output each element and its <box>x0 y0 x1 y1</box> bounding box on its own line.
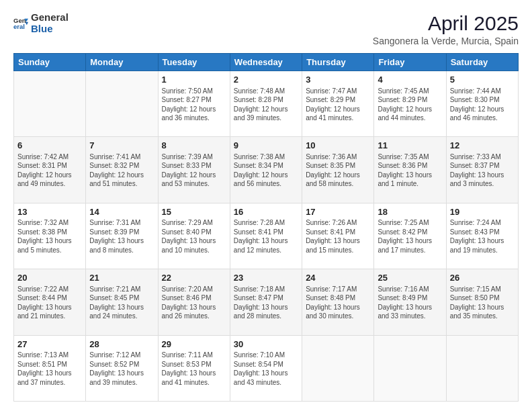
day-info: Sunrise: 7:15 AM Sunset: 8:50 PM Dayligh… <box>450 285 515 321</box>
calendar-cell: 1Sunrise: 7:50 AM Sunset: 8:27 PM Daylig… <box>158 71 230 137</box>
day-info: Sunrise: 7:12 AM Sunset: 8:52 PM Dayligh… <box>89 351 154 387</box>
calendar-cell: 27Sunrise: 7:13 AM Sunset: 8:51 PM Dayli… <box>14 335 86 401</box>
header: Gen eral General Blue April 2025 Sangone… <box>13 12 519 46</box>
calendar-cell: 28Sunrise: 7:12 AM Sunset: 8:52 PM Dayli… <box>86 335 158 401</box>
day-number: 11 <box>378 140 442 152</box>
calendar-cell: 11Sunrise: 7:35 AM Sunset: 8:36 PM Dayli… <box>374 137 446 203</box>
day-info: Sunrise: 7:28 AM Sunset: 8:41 PM Dayligh… <box>234 218 298 255</box>
day-number: 26 <box>450 272 515 284</box>
day-info: Sunrise: 7:36 AM Sunset: 8:35 PM Dayligh… <box>306 152 370 189</box>
calendar-cell: 18Sunrise: 7:25 AM Sunset: 8:42 PM Dayli… <box>374 203 446 269</box>
day-of-week-header: Sunday <box>14 54 86 71</box>
day-number: 22 <box>162 272 226 284</box>
day-of-week-header: Wednesday <box>230 54 302 71</box>
calendar-cell: 20Sunrise: 7:22 AM Sunset: 8:44 PM Dayli… <box>14 269 86 335</box>
day-number: 27 <box>17 338 82 351</box>
day-info: Sunrise: 7:16 AM Sunset: 8:49 PM Dayligh… <box>378 285 442 321</box>
day-info: Sunrise: 7:25 AM Sunset: 8:42 PM Dayligh… <box>378 218 442 255</box>
calendar-cell: 3Sunrise: 7:47 AM Sunset: 8:29 PM Daylig… <box>302 71 374 137</box>
day-number: 6 <box>17 140 82 152</box>
day-info: Sunrise: 7:11 AM Sunset: 8:53 PM Dayligh… <box>162 351 226 387</box>
logo-general: General <box>31 12 69 24</box>
day-info: Sunrise: 7:38 AM Sunset: 8:34 PM Dayligh… <box>234 152 298 189</box>
day-of-week-header: Monday <box>86 54 158 71</box>
day-number: 20 <box>17 272 82 284</box>
day-number: 3 <box>306 74 370 86</box>
logo-icon: Gen eral <box>13 16 28 31</box>
page: Gen eral General Blue April 2025 Sangone… <box>0 0 532 411</box>
calendar-cell: 30Sunrise: 7:10 AM Sunset: 8:54 PM Dayli… <box>230 335 302 401</box>
day-info: Sunrise: 7:17 AM Sunset: 8:48 PM Dayligh… <box>306 285 370 321</box>
day-number: 15 <box>162 206 226 218</box>
day-info: Sunrise: 7:35 AM Sunset: 8:36 PM Dayligh… <box>378 152 442 189</box>
logo: Gen eral General Blue <box>13 12 69 34</box>
day-info: Sunrise: 7:26 AM Sunset: 8:41 PM Dayligh… <box>306 218 370 255</box>
day-info: Sunrise: 7:41 AM Sunset: 8:32 PM Dayligh… <box>89 152 154 189</box>
day-number: 25 <box>378 272 442 284</box>
calendar-cell: 14Sunrise: 7:31 AM Sunset: 8:39 PM Dayli… <box>86 203 158 269</box>
day-number: 21 <box>89 272 154 284</box>
week-row: 13Sunrise: 7:32 AM Sunset: 8:38 PM Dayli… <box>14 203 519 269</box>
calendar-cell: 13Sunrise: 7:32 AM Sunset: 8:38 PM Dayli… <box>14 203 86 269</box>
calendar-cell: 17Sunrise: 7:26 AM Sunset: 8:41 PM Dayli… <box>302 203 374 269</box>
day-number: 29 <box>162 338 226 351</box>
calendar-cell <box>14 71 86 137</box>
week-row: 20Sunrise: 7:22 AM Sunset: 8:44 PM Dayli… <box>14 269 519 335</box>
svg-text:eral: eral <box>13 23 25 30</box>
day-of-week-header: Thursday <box>302 54 374 71</box>
day-info: Sunrise: 7:44 AM Sunset: 8:30 PM Dayligh… <box>450 87 515 123</box>
day-number: 18 <box>378 206 442 218</box>
day-info: Sunrise: 7:45 AM Sunset: 8:29 PM Dayligh… <box>378 87 442 123</box>
day-info: Sunrise: 7:22 AM Sunset: 8:44 PM Dayligh… <box>17 285 82 321</box>
week-row: 6Sunrise: 7:42 AM Sunset: 8:31 PM Daylig… <box>14 137 519 203</box>
calendar-subtitle: Sangonera la Verde, Murcia, Spain <box>373 36 519 46</box>
calendar-cell: 4Sunrise: 7:45 AM Sunset: 8:29 PM Daylig… <box>374 71 446 137</box>
day-number: 30 <box>234 338 298 351</box>
calendar-cell <box>374 335 446 401</box>
week-row: 1Sunrise: 7:50 AM Sunset: 8:27 PM Daylig… <box>14 71 519 137</box>
calendar-cell: 19Sunrise: 7:24 AM Sunset: 8:43 PM Dayli… <box>446 203 518 269</box>
week-row: 27Sunrise: 7:13 AM Sunset: 8:51 PM Dayli… <box>14 335 519 401</box>
calendar-cell: 9Sunrise: 7:38 AM Sunset: 8:34 PM Daylig… <box>230 137 302 203</box>
day-number: 14 <box>89 206 154 218</box>
calendar-cell <box>86 71 158 137</box>
calendar-cell: 21Sunrise: 7:21 AM Sunset: 8:45 PM Dayli… <box>86 269 158 335</box>
calendar-cell: 2Sunrise: 7:48 AM Sunset: 8:28 PM Daylig… <box>230 71 302 137</box>
day-of-week-header: Friday <box>374 54 446 71</box>
calendar-title: April 2025 <box>373 12 519 34</box>
day-info: Sunrise: 7:29 AM Sunset: 8:40 PM Dayligh… <box>162 218 226 255</box>
day-header-row: SundayMondayTuesdayWednesdayThursdayFrid… <box>14 54 519 71</box>
day-number: 13 <box>17 206 82 218</box>
day-of-week-header: Tuesday <box>158 54 230 71</box>
day-info: Sunrise: 7:48 AM Sunset: 8:28 PM Dayligh… <box>234 87 298 123</box>
day-info: Sunrise: 7:10 AM Sunset: 8:54 PM Dayligh… <box>234 351 298 387</box>
day-number: 23 <box>234 272 298 284</box>
day-info: Sunrise: 7:39 AM Sunset: 8:33 PM Dayligh… <box>162 152 226 189</box>
day-info: Sunrise: 7:24 AM Sunset: 8:43 PM Dayligh… <box>450 218 515 255</box>
day-info: Sunrise: 7:47 AM Sunset: 8:29 PM Dayligh… <box>306 87 370 123</box>
day-info: Sunrise: 7:42 AM Sunset: 8:31 PM Dayligh… <box>17 152 82 189</box>
day-number: 7 <box>89 140 154 152</box>
day-number: 10 <box>306 140 370 152</box>
day-number: 24 <box>306 272 370 284</box>
day-info: Sunrise: 7:32 AM Sunset: 8:38 PM Dayligh… <box>17 218 82 255</box>
calendar-cell: 15Sunrise: 7:29 AM Sunset: 8:40 PM Dayli… <box>158 203 230 269</box>
calendar-cell: 6Sunrise: 7:42 AM Sunset: 8:31 PM Daylig… <box>14 137 86 203</box>
calendar-cell: 16Sunrise: 7:28 AM Sunset: 8:41 PM Dayli… <box>230 203 302 269</box>
day-info: Sunrise: 7:20 AM Sunset: 8:46 PM Dayligh… <box>162 285 226 321</box>
calendar-cell: 23Sunrise: 7:18 AM Sunset: 8:47 PM Dayli… <box>230 269 302 335</box>
day-info: Sunrise: 7:31 AM Sunset: 8:39 PM Dayligh… <box>89 218 154 255</box>
day-number: 9 <box>234 140 298 152</box>
day-number: 12 <box>450 140 515 152</box>
day-number: 8 <box>162 140 226 152</box>
day-number: 5 <box>450 74 515 86</box>
day-number: 19 <box>450 206 515 218</box>
day-info: Sunrise: 7:18 AM Sunset: 8:47 PM Dayligh… <box>234 285 298 321</box>
day-number: 2 <box>234 74 298 86</box>
calendar-cell: 10Sunrise: 7:36 AM Sunset: 8:35 PM Dayli… <box>302 137 374 203</box>
calendar-cell: 5Sunrise: 7:44 AM Sunset: 8:30 PM Daylig… <box>446 71 518 137</box>
day-number: 17 <box>306 206 370 218</box>
calendar-cell: 8Sunrise: 7:39 AM Sunset: 8:33 PM Daylig… <box>158 137 230 203</box>
calendar-cell: 26Sunrise: 7:15 AM Sunset: 8:50 PM Dayli… <box>446 269 518 335</box>
day-info: Sunrise: 7:13 AM Sunset: 8:51 PM Dayligh… <box>17 351 82 387</box>
